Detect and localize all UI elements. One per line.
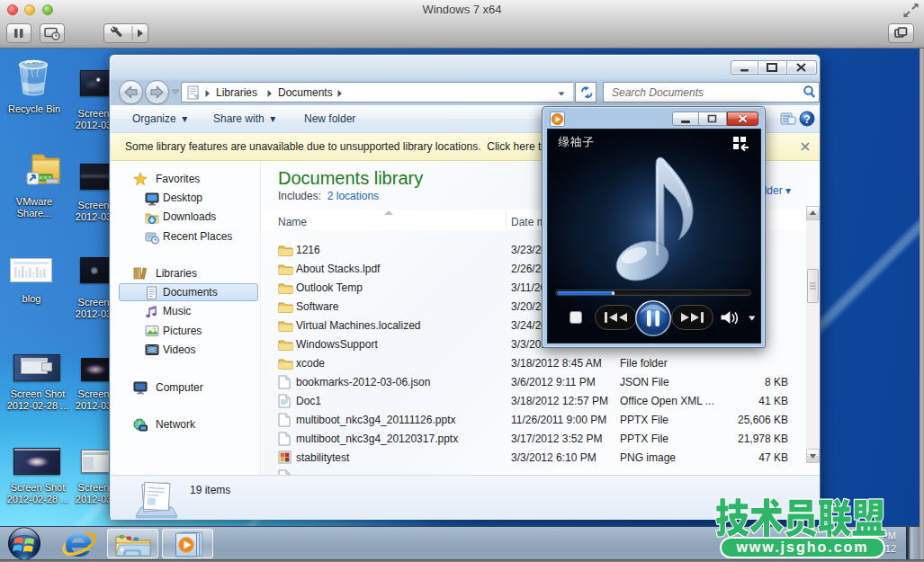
svg-text:?: ?: [803, 113, 810, 126]
